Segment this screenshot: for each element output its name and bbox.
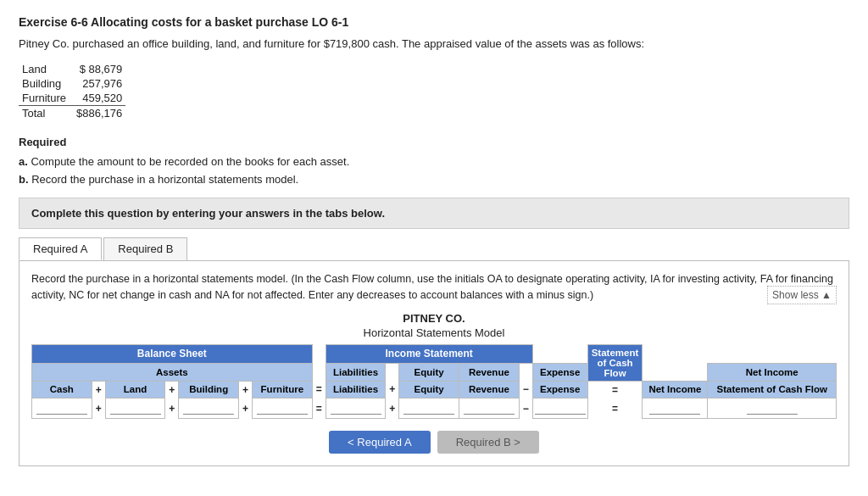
page-title: Exercise 6-6 Allocating costs for a bask… xyxy=(19,15,849,29)
liabilities-input[interactable] xyxy=(331,402,381,415)
net-income-input[interactable] xyxy=(649,402,700,415)
pitney-subtitle: Horizontal Statements Model xyxy=(31,326,837,339)
next-button[interactable]: Required B > xyxy=(437,431,539,454)
main-table: Balance Sheet Income Statement Statement… xyxy=(31,344,837,420)
asset-value: 459,520 xyxy=(73,91,125,106)
balance-sheet-header: Balance Sheet xyxy=(32,344,313,364)
cash-flow-col-header: Statement of Cash Flow xyxy=(708,381,837,398)
instructions-text: Record the purchase in a horizontal stat… xyxy=(31,271,837,304)
asset-name: Land xyxy=(19,62,73,76)
expense-col-header: Expense xyxy=(532,381,587,398)
complete-box: Complete this question by entering your … xyxy=(19,198,849,229)
equity-header: Equity xyxy=(399,364,459,381)
req-b: b. Record the purchase in a horizontal s… xyxy=(19,173,849,186)
tabs-row: Required A Required B xyxy=(19,237,849,260)
net-income-col-header: Net Income xyxy=(643,381,708,398)
asset-table: Land$ 88,679Building257,976Furniture459,… xyxy=(19,62,125,120)
asset-name: Furniture xyxy=(19,91,73,106)
liabilities-header: Liabilities xyxy=(326,364,386,381)
tab-required-a[interactable]: Required A xyxy=(19,237,102,260)
intro-text: Pitney Co. purchased an office building,… xyxy=(19,37,849,50)
pitney-table-wrapper: PITNEY CO. Horizontal Statements Model B… xyxy=(31,312,837,420)
revenue-input[interactable] xyxy=(464,402,515,415)
pitney-title: PITNEY CO. xyxy=(31,312,837,325)
expense-header: Expense xyxy=(532,364,587,381)
income-statement-header: Income Statement xyxy=(326,344,532,364)
building-input[interactable] xyxy=(183,402,234,415)
cash-input[interactable] xyxy=(36,402,87,415)
equity-input[interactable] xyxy=(403,402,454,415)
net-income-header: Net Income xyxy=(708,364,837,381)
asset-name: Building xyxy=(19,76,73,91)
required-label: Required xyxy=(19,136,849,148)
show-less-button[interactable]: Show less ▲ xyxy=(767,286,837,304)
equity-col-header: Equity xyxy=(399,381,459,398)
expense-input[interactable] xyxy=(535,402,586,415)
revenue-header: Revenue xyxy=(459,364,520,381)
nav-buttons: < Required A Required B > xyxy=(31,431,837,454)
land-input[interactable] xyxy=(110,402,161,415)
req-a: a. Compute the amount to be recorded on … xyxy=(19,155,849,168)
furniture-col-header: Furniture xyxy=(253,381,313,398)
tab-content: Record the purchase in a horizontal stat… xyxy=(19,260,849,466)
table-row: + + + = + − = xyxy=(32,398,837,419)
asset-value: $ 88,679 xyxy=(73,62,125,76)
asset-value: 257,976 xyxy=(73,76,125,91)
asset-name: Total xyxy=(19,106,73,121)
revenue-col-header: Revenue xyxy=(459,381,520,398)
assets-subheader: Assets xyxy=(32,364,313,381)
prev-button[interactable]: < Required A xyxy=(329,431,431,454)
furniture-input[interactable] xyxy=(257,402,308,415)
building-col-header: Building xyxy=(179,381,239,398)
cash-col-header: Cash xyxy=(32,381,92,398)
cash-flow-header: Statement of Cash Flow xyxy=(587,344,643,381)
land-col-header: Land xyxy=(105,381,165,398)
asset-value: $886,176 xyxy=(73,106,125,121)
tab-required-b[interactable]: Required B xyxy=(103,237,187,260)
cash-flow-input[interactable] xyxy=(747,402,798,415)
liabilities-col-header: Liabilities xyxy=(326,381,386,398)
